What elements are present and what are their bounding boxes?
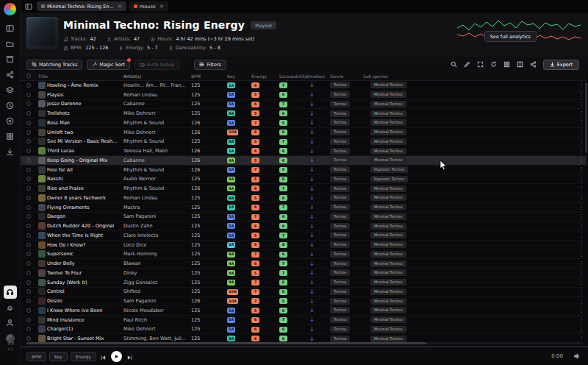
grid-view-icon[interactable] bbox=[503, 61, 510, 68]
play-button[interactable] bbox=[111, 351, 122, 362]
headphones-icon[interactable] bbox=[4, 286, 17, 299]
column-genre[interactable]: Genre bbox=[330, 74, 363, 79]
table-row[interactable]: When the Time Is Right Claro Intelecto 1… bbox=[21, 231, 587, 241]
row-checkbox[interactable] bbox=[26, 158, 31, 163]
vertical-scrollbar[interactable] bbox=[585, 82, 587, 340]
table-row[interactable]: Supersonic Mark Henning 125 4A 7 6 ↓ Tec… bbox=[21, 250, 587, 260]
row-checkbox[interactable] bbox=[26, 139, 31, 143]
tab-playlist[interactable]: Minimal Techno: Rising En... × bbox=[37, 1, 126, 11]
refresh-icon[interactable] bbox=[490, 61, 497, 68]
row-checkbox[interactable] bbox=[26, 205, 31, 210]
table-row[interactable]: How Do I Know? Loco Dice 125 2A 6 8 ↓ Te… bbox=[21, 241, 587, 250]
see-full-analytics-button[interactable]: See full analytics bbox=[484, 31, 537, 42]
row-checkbox[interactable] bbox=[26, 93, 31, 97]
grid-icon[interactable] bbox=[4, 130, 17, 143]
column-danceability[interactable]: Danceability bbox=[279, 74, 306, 79]
horizontal-scrollbar[interactable] bbox=[26, 342, 582, 344]
horizontal-scrollbar-thumb[interactable] bbox=[26, 342, 426, 344]
table-row[interactable]: Boss Man Rhythm & Sound 126 5A 7 5 ↓ Tec… bbox=[21, 118, 587, 128]
column-subgenres[interactable]: Sub-genres bbox=[363, 74, 576, 79]
table-row[interactable]: Charger(1) Mike Dehnert 125 5A 6 6 ↓ Tec… bbox=[21, 325, 587, 335]
row-checkbox[interactable] bbox=[26, 289, 31, 294]
table-row[interactable]: Umloft two Mike Dehnert 126 10A 6 6 ↓ Te… bbox=[21, 128, 587, 138]
table-row[interactable]: Free for All Rhythm & Sound 126 5A 7 5 ↓… bbox=[21, 166, 587, 175]
row-checkbox[interactable] bbox=[26, 243, 31, 247]
disc-icon[interactable] bbox=[4, 115, 17, 128]
close-icon[interactable]: × bbox=[159, 4, 164, 10]
table-row[interactable]: Mind Insistence Paul Ritch 125 5A 6 7 ↓ … bbox=[21, 316, 587, 325]
row-checkbox[interactable] bbox=[26, 318, 31, 322]
row-checkbox[interactable] bbox=[26, 121, 31, 125]
user-icon[interactable] bbox=[4, 316, 17, 330]
column-key[interactable]: Key bbox=[227, 74, 251, 79]
table-row[interactable]: Keep Going - Original Mix Cabanne 126 4A… bbox=[21, 156, 587, 166]
panels-icon[interactable] bbox=[4, 22, 17, 35]
sidebar-toggle-icon[interactable] bbox=[24, 1, 34, 11]
crate-icon[interactable] bbox=[4, 53, 17, 66]
volume-icon[interactable] bbox=[573, 352, 581, 360]
column-energy[interactable]: Energy bbox=[251, 74, 279, 79]
table-row[interactable]: Daegon Sam Paganini 125 5A 7 6 ↓ Techno … bbox=[21, 213, 587, 222]
table-row[interactable]: Playsis Roman Lindau 125 5A 5 6 ↓ Techno… bbox=[21, 91, 587, 100]
app-logo[interactable] bbox=[4, 3, 16, 15]
edit-pencil-icon[interactable] bbox=[464, 61, 470, 68]
table-row[interactable]: Sunday (Work It) Zigg Gonsalez 125 4A 7 … bbox=[21, 278, 587, 288]
vertical-scrollbar-thumb[interactable] bbox=[585, 82, 587, 153]
row-checkbox[interactable] bbox=[26, 261, 31, 266]
row-checkbox[interactable] bbox=[26, 130, 31, 135]
table-row[interactable]: Under Belly Blawan 125 4A 6 7 ↓ Techno M… bbox=[21, 259, 587, 269]
row-checkbox[interactable] bbox=[26, 83, 31, 88]
magic-sort-button[interactable]: Magic Sort bbox=[87, 60, 130, 70]
row-checkbox[interactable] bbox=[26, 168, 31, 172]
matching-tracks-button[interactable]: Matching Tracks bbox=[26, 60, 82, 70]
row-checkbox[interactable] bbox=[26, 327, 31, 331]
column-emotion[interactable]: Emotion bbox=[306, 74, 330, 79]
columns-view-icon[interactable] bbox=[517, 61, 523, 68]
column-bpm[interactable]: BPM bbox=[191, 74, 227, 79]
row-checkbox[interactable] bbox=[26, 308, 31, 313]
table-row[interactable]: Trellshotz Mike Dehnert 125 9A 5 6 ↓ Tec… bbox=[21, 109, 587, 118]
row-checkbox[interactable] bbox=[26, 299, 31, 303]
previous-track-button[interactable] bbox=[100, 350, 106, 364]
tab-mouse[interactable]: mouse × bbox=[129, 1, 168, 11]
table-row[interactable]: Rise and Praise Rhythm & Sound 126 4A 6 … bbox=[21, 184, 587, 194]
row-checkbox[interactable] bbox=[26, 177, 31, 181]
key-chip[interactable]: Key bbox=[49, 352, 68, 361]
row-checkbox[interactable] bbox=[26, 196, 31, 200]
row-checkbox[interactable] bbox=[26, 336, 31, 341]
row-checkbox[interactable] bbox=[26, 186, 31, 191]
export-button[interactable]: Export bbox=[543, 60, 579, 70]
layers-icon[interactable] bbox=[4, 84, 17, 97]
table-row[interactable]: Control Shifted 125 10A 7 6 ↓ Techno Min… bbox=[21, 288, 587, 297]
filters-button[interactable]: Filters bbox=[194, 60, 226, 70]
table-row[interactable]: Flying Ornaments Mastra 125 1A 6 7 ↓ Tec… bbox=[21, 203, 587, 213]
table-row[interactable]: Dutch Rudder 420 - Original Dustin Zahn … bbox=[21, 222, 587, 231]
table-row[interactable]: Rakshi Audio Werner 125 4A 5 6 ↓ Techno … bbox=[21, 175, 587, 185]
download-icon[interactable] bbox=[4, 146, 17, 159]
row-checkbox[interactable] bbox=[26, 149, 31, 153]
row-checkbox[interactable] bbox=[26, 102, 31, 106]
energy-chip[interactable]: Energy bbox=[71, 352, 96, 361]
next-track-button[interactable] bbox=[127, 350, 133, 364]
share-icon[interactable] bbox=[530, 61, 537, 68]
table-row[interactable]: See Mi Version - Basic Reshape Rhythm & … bbox=[21, 138, 587, 147]
table-row[interactable]: Howling - Âme Remix Howlin... Âm... RY..… bbox=[21, 81, 587, 91]
row-checkbox[interactable] bbox=[26, 214, 31, 219]
column-artist[interactable]: Artist(s) bbox=[123, 74, 191, 79]
table-row[interactable]: Owner 8 years Fachwerk Roman Lindau 125 … bbox=[21, 194, 587, 203]
row-checkbox[interactable] bbox=[26, 224, 31, 228]
column-title[interactable]: Title bbox=[38, 74, 123, 79]
search-icon[interactable] bbox=[451, 61, 457, 68]
bell-icon[interactable] bbox=[4, 301, 17, 314]
row-checkbox[interactable] bbox=[26, 252, 31, 256]
row-checkbox[interactable] bbox=[26, 271, 31, 275]
share-nodes-icon[interactable] bbox=[4, 68, 17, 82]
table-row[interactable]: Desire Sam Paganini 126 10A 7 5 ↓ Techno… bbox=[21, 297, 587, 306]
folder-icon[interactable] bbox=[4, 38, 17, 51]
table-row[interactable]: Jesse Daronne Cabanne 125 5A 6 7 ↓ Techn… bbox=[21, 100, 587, 110]
history-icon[interactable] bbox=[4, 99, 17, 113]
table-row[interactable]: Twelve To Four Dinky 125 4A 5 7 ↓ Techno… bbox=[21, 269, 587, 278]
row-checkbox[interactable] bbox=[26, 233, 31, 238]
bpm-chip[interactable]: BPM bbox=[26, 352, 46, 361]
table-row[interactable]: I Know Where Ive Been Nicole Moudaber 12… bbox=[21, 306, 587, 316]
